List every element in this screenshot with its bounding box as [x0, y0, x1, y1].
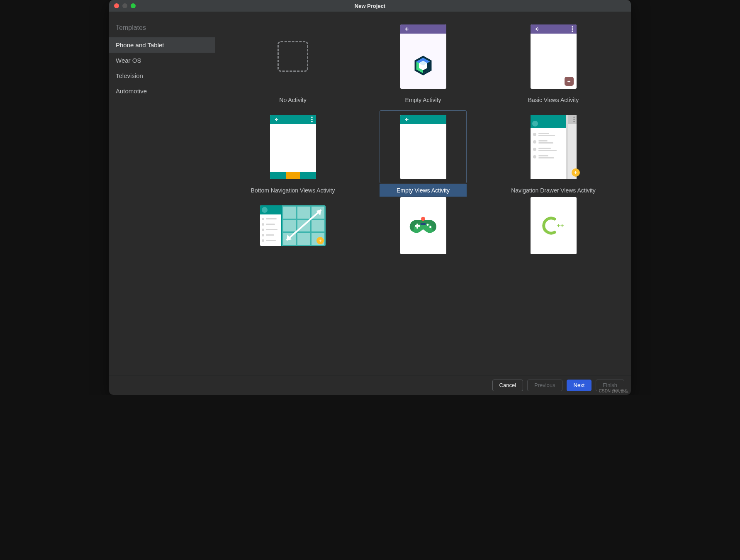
- traffic-lights: [109, 3, 136, 8]
- svg-text:++: ++: [557, 222, 564, 229]
- cpp-icon: ++: [539, 215, 568, 236]
- zoom-window-button[interactable]: [131, 3, 136, 8]
- window-title: New Project: [109, 3, 631, 9]
- watermark: CSDN @风音往: [599, 388, 628, 394]
- template-label: Navigation Drawer Views Activity: [510, 184, 597, 197]
- no-activity-icon: [278, 41, 308, 72]
- bottom-nav-bar-icon: [270, 172, 316, 179]
- svg-point-6: [572, 26, 573, 28]
- dialog-footer: Cancel Previous Next Finish: [109, 375, 631, 395]
- titlebar: New Project: [109, 0, 631, 12]
- gamepad-icon: [409, 216, 437, 235]
- next-button[interactable]: Next: [567, 380, 592, 391]
- svg-point-22: [429, 226, 431, 228]
- overflow-menu-icon: [311, 117, 313, 122]
- template-gallery: No Activity: [215, 12, 631, 375]
- cancel-button[interactable]: Cancel: [492, 380, 523, 391]
- close-window-button[interactable]: [114, 3, 119, 8]
- template-label: Empty Views Activity: [380, 184, 467, 197]
- sidebar-item-television[interactable]: Television: [109, 68, 215, 83]
- svg-point-7: [572, 28, 573, 30]
- svg-point-10: [311, 119, 313, 120]
- nav-drawer-icon: +: [531, 115, 577, 179]
- minimize-window-button[interactable]: [122, 3, 127, 8]
- svg-rect-23: [420, 223, 426, 225]
- template-no-activity[interactable]: No Activity: [249, 20, 336, 106]
- svg-point-9: [311, 117, 313, 118]
- overflow-menu-icon: [572, 26, 573, 32]
- template-empty-activity[interactable]: Empty Activity: [380, 20, 467, 106]
- template-label: Empty Activity: [380, 94, 467, 106]
- overflow-menu-icon: [573, 117, 575, 122]
- svg-point-12: [573, 117, 575, 118]
- template-grid: No Activity: [228, 20, 618, 251]
- svg-point-13: [573, 119, 575, 120]
- sidebar-item-automotive[interactable]: Automotive: [109, 83, 215, 99]
- svg-point-14: [573, 121, 575, 122]
- template-navigation-drawer-views-activity[interactable]: + Navigation Drawer Views Activity: [510, 110, 597, 197]
- template-game-activity[interactable]: [380, 201, 467, 251]
- back-arrow-icon: [534, 26, 540, 32]
- svg-point-21: [426, 224, 428, 226]
- back-arrow-icon: [273, 117, 279, 122]
- responsive-layout-icon: +: [260, 205, 326, 246]
- template-label: No Activity: [249, 94, 336, 106]
- template-label: Bottom Navigation Views Activity: [249, 184, 336, 197]
- jetpack-compose-icon: [413, 55, 433, 76]
- template-responsive-views-activity[interactable]: +: [249, 201, 336, 251]
- fab-icon: +: [565, 77, 574, 86]
- new-project-window: New Project Templates Phone and Tablet W…: [109, 0, 631, 395]
- template-label: Basic Views Activity: [510, 94, 597, 106]
- svg-point-8: [572, 30, 573, 32]
- template-native-cpp[interactable]: ++: [510, 201, 597, 251]
- templates-sidebar: Templates Phone and Tablet Wear OS Telev…: [109, 12, 215, 375]
- svg-point-11: [311, 121, 313, 122]
- svg-point-18: [421, 217, 425, 221]
- template-empty-views-activity[interactable]: Empty Views Activity: [380, 110, 467, 197]
- back-arrow-icon: [404, 117, 409, 122]
- sidebar-heading: Templates: [109, 19, 215, 37]
- template-basic-views-activity[interactable]: + Basic Views Activity: [510, 20, 597, 106]
- dialog-body: Templates Phone and Tablet Wear OS Telev…: [109, 12, 631, 375]
- sidebar-item-wear-os[interactable]: Wear OS: [109, 53, 215, 68]
- previous-button: Previous: [527, 380, 562, 391]
- sidebar-item-phone-tablet[interactable]: Phone and Tablet: [109, 37, 215, 53]
- template-bottom-navigation-views-activity[interactable]: Bottom Navigation Views Activity: [249, 110, 336, 197]
- svg-rect-20: [416, 224, 418, 229]
- back-arrow-icon: [404, 26, 409, 32]
